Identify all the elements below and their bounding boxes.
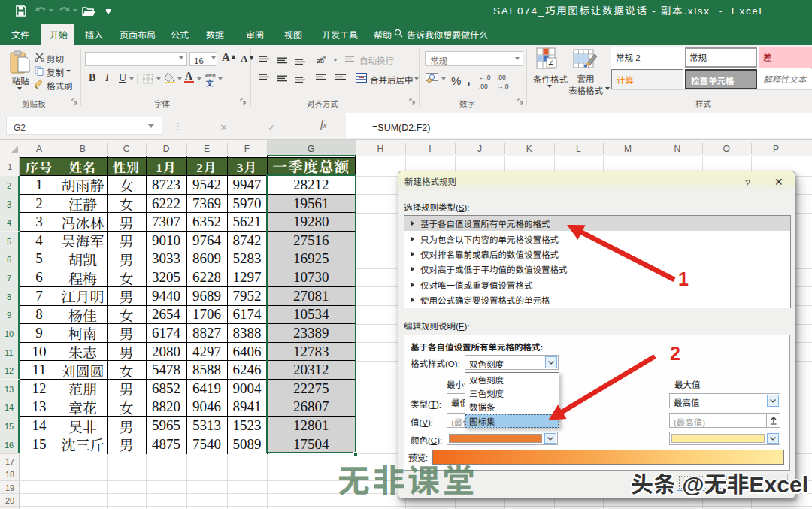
svg-text:ab: ab bbox=[317, 57, 324, 65]
svg-text:≠: ≠ bbox=[549, 58, 554, 68]
